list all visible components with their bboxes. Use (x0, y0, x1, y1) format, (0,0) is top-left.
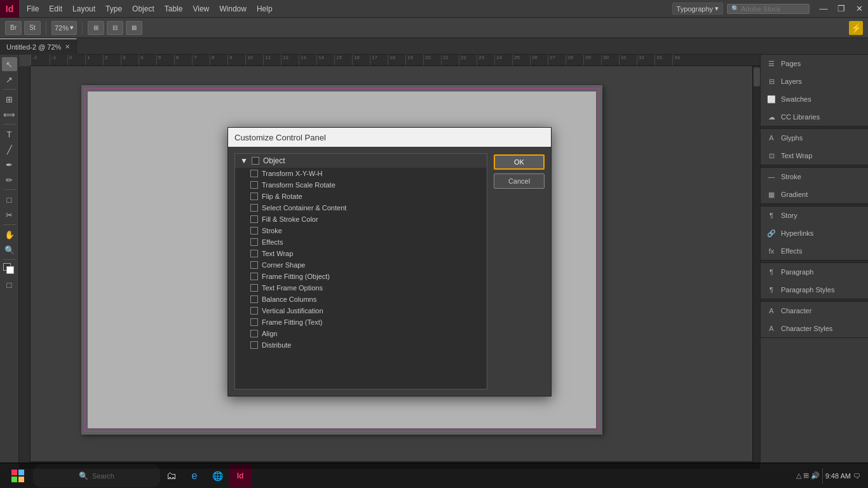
panel-section-2: —Stroke▦Gradient (761, 168, 868, 204)
panel-item-swatches[interactable]: ⬜Swatches (761, 90, 868, 108)
view-mode-btn2[interactable]: ⊟ (107, 21, 123, 35)
panel-item-story[interactable]: ¶Story (761, 207, 868, 224)
document-tab[interactable]: Untitled-2 @ 72% ✕ (0, 38, 77, 55)
ok-button[interactable]: OK (494, 154, 545, 170)
item-checkbox-3[interactable] (250, 204, 258, 212)
notification-icon[interactable]: 🗨 (853, 472, 860, 480)
zoom-tool[interactable]: 🔍 (2, 243, 17, 257)
zoom-control[interactable]: 72% ▾ (51, 21, 77, 35)
line-tool[interactable]: ╱ (2, 142, 17, 156)
search-input[interactable] (741, 5, 805, 13)
item-checkbox-13[interactable] (250, 318, 258, 326)
item-checkbox-2[interactable] (250, 193, 258, 200)
item-checkbox-5[interactable] (250, 227, 258, 234)
panel-item-effects[interactable]: fxEffects (761, 242, 868, 260)
dialog-item-4[interactable]: Fill & Stroke Color (235, 214, 487, 225)
panel-item-text-wrap[interactable]: ⊡Text Wrap (761, 147, 868, 165)
menu-help[interactable]: Help (252, 0, 278, 18)
rectangle-tool[interactable]: □ (2, 193, 17, 207)
panel-item-paragraph[interactable]: ¶Paragraph (761, 263, 868, 281)
dialog-item-2[interactable]: Flip & Rotate (235, 191, 487, 202)
item-checkbox-9[interactable] (250, 273, 258, 280)
panel-item-layers[interactable]: ⊟Layers (761, 72, 868, 90)
hand-tool[interactable]: ✋ (2, 227, 17, 241)
bridge-button[interactable]: Br (5, 21, 22, 35)
dialog-item-12[interactable]: Vertical Justification (235, 305, 487, 316)
panel-item-hyperlinks[interactable]: 🔗Hyperlinks (761, 224, 868, 242)
dialog-item-9[interactable]: Frame Fitting (Object) (235, 271, 487, 282)
panel-item-gradient[interactable]: ▦Gradient (761, 186, 868, 203)
cancel-button[interactable]: Cancel (494, 173, 545, 189)
menu-type[interactable]: Type (100, 0, 127, 18)
menu-window[interactable]: Window (214, 0, 252, 18)
dialog-item-7[interactable]: Text Wrap (235, 248, 487, 259)
dialog-item-1[interactable]: Transform Scale Rotate (235, 179, 487, 191)
dialog-item-15[interactable]: Distribute (235, 339, 487, 351)
close-button[interactable]: ✕ (850, 0, 868, 18)
dialog-item-13[interactable]: Frame Fitting (Text) (235, 316, 487, 328)
menu-layout[interactable]: Layout (67, 0, 100, 18)
item-checkbox-15[interactable] (250, 341, 258, 349)
view-mode-toggle[interactable]: □ (2, 278, 17, 292)
workspace-selector[interactable]: Typography ▾ (672, 3, 723, 15)
panel-item-glyphs[interactable]: AGlyphs (761, 129, 868, 147)
item-checkbox-8[interactable] (250, 261, 258, 269)
system-time[interactable]: 9:48 AM (825, 472, 851, 480)
panel-item-pages[interactable]: ☰Pages (761, 55, 868, 72)
canvas-area[interactable]: -2-1012345678910111213141516171819202122… (19, 55, 760, 469)
item-checkbox-14[interactable] (250, 330, 258, 337)
menu-edit[interactable]: Edit (44, 0, 67, 18)
view-mode-btn3[interactable]: ⊠ (126, 21, 142, 35)
panel-item-stroke[interactable]: —Stroke (761, 168, 868, 186)
menu-object[interactable]: Object (127, 0, 159, 18)
item-checkbox-12[interactable] (250, 307, 258, 315)
dialog-item-8[interactable]: Corner Shape (235, 259, 487, 271)
type-tool[interactable]: T (2, 127, 17, 141)
item-label-6: Effects (262, 238, 283, 246)
fill-stroke-widget[interactable] (2, 262, 17, 276)
panel-item-paragraph-styles[interactable]: ¶Paragraph Styles (761, 281, 868, 299)
dialog-item-10[interactable]: Text Frame Options (235, 282, 487, 294)
view-mode-btn1[interactable]: ⊞ (88, 21, 104, 35)
item-checkbox-4[interactable] (250, 215, 258, 223)
item-checkbox-1[interactable] (250, 181, 258, 189)
minimize-button[interactable]: — (815, 0, 832, 18)
scissors-tool[interactable]: ✂ (2, 208, 17, 222)
panel-item-cc-libraries[interactable]: ☁CC Libraries (761, 108, 868, 126)
dialog-group-object[interactable]: ▼ Object (235, 154, 487, 168)
maximize-button[interactable]: ❐ (832, 0, 850, 18)
gap-tool[interactable]: ⟺ (2, 107, 17, 121)
item-label-7: Text Wrap (262, 250, 293, 257)
panel-item-character-styles[interactable]: ACharacter Styles (761, 320, 868, 337)
dialog-item-6[interactable]: Effects (235, 236, 487, 248)
pencil-tool[interactable]: ✏ (2, 173, 17, 187)
menu-view[interactable]: View (187, 0, 214, 18)
item-label-0: Transform X-Y-W-H (262, 170, 323, 177)
tab-close-icon[interactable]: ✕ (65, 43, 70, 50)
item-checkbox-10[interactable] (250, 284, 258, 292)
selection-tool[interactable]: ↖ (2, 57, 17, 71)
menu-file[interactable]: File (22, 0, 44, 18)
menu-table[interactable]: Table (159, 0, 188, 18)
item-checkbox-6[interactable] (250, 238, 258, 246)
item-checkbox-11[interactable] (250, 295, 258, 303)
direct-selection-tool[interactable]: ↗ (2, 72, 17, 86)
stock-button[interactable]: St (24, 21, 41, 35)
panel-item-character[interactable]: ACharacter (761, 302, 868, 320)
dialog-item-11[interactable]: Balance Columns (235, 294, 487, 305)
item-checkbox-0[interactable] (250, 170, 258, 177)
dialog-item-5[interactable]: Stroke (235, 225, 487, 236)
item-label-15: Distribute (262, 341, 291, 349)
page-tool[interactable]: ⊞ (2, 92, 17, 106)
pen-tool[interactable]: ✒ (2, 158, 17, 172)
customize-control-panel-dialog: Customize Control Panel ▼ Object Tr (227, 127, 552, 396)
adobe-stock-search[interactable]: 🔍 (727, 4, 810, 14)
item-checkbox-7[interactable] (250, 250, 258, 257)
item-label-11: Balance Columns (262, 295, 316, 303)
lightning-button[interactable]: ⚡ (849, 21, 863, 35)
dialog-item-3[interactable]: Select Container & Content (235, 202, 487, 214)
dialog-item-14[interactable]: Align (235, 328, 487, 339)
group-checkbox[interactable] (252, 157, 259, 165)
dialog-item-0[interactable]: Transform X-Y-W-H (235, 168, 487, 179)
dialog-list-scroll[interactable]: ▼ Object Transform X-Y-W-HTransform Scal… (235, 154, 487, 389)
